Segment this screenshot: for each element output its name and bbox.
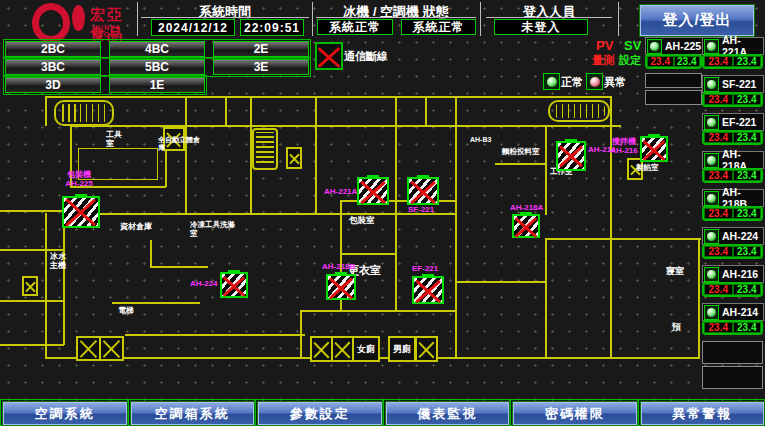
fan-icon xyxy=(163,127,185,151)
header-divider xyxy=(137,2,138,36)
sv-value: 23.4 xyxy=(674,56,701,67)
unit-tag-ah-224: AH-224 xyxy=(190,280,218,289)
equip-row-ah-224[interactable]: AH-224 xyxy=(702,227,764,245)
nav-ac-system-button[interactable]: 空調系統 xyxy=(3,402,127,425)
equip-values-ah-216: 23.4 23.4 xyxy=(702,282,763,297)
equip-row-ah-218b[interactable]: AH-218B xyxy=(702,189,764,207)
status-lamp-icon xyxy=(704,115,719,130)
zone-button-5bc[interactable]: 5BC xyxy=(109,59,205,75)
equip-name: AH-225 xyxy=(665,40,701,52)
logo-ring-icon xyxy=(32,3,70,43)
nav-parameter-set-button[interactable]: 參數設定 xyxy=(258,402,382,425)
pv-value: 23.4 xyxy=(647,56,674,67)
equip-values-sf-221: 23.4 23.4 xyxy=(702,92,763,107)
equip-name: AH-216 xyxy=(722,268,758,280)
fan-icon xyxy=(415,336,438,362)
legend-measure: 量測 xyxy=(592,53,614,68)
equip-values-ef-221: 23.4 23.4 xyxy=(702,130,763,145)
equip-row-ah-216[interactable]: AH-216 xyxy=(702,265,764,283)
logo: 宏亞食品 HUNYA FOODS xyxy=(0,0,137,38)
room-label: 寢室 xyxy=(666,266,684,276)
equip-row-ef-221[interactable]: EF-221 xyxy=(702,113,764,131)
pv-value: 23.4 xyxy=(704,170,733,181)
normal-lamp-icon xyxy=(543,73,560,90)
pv-value: 23.4 xyxy=(704,208,733,219)
map-unit-sf-221[interactable] xyxy=(407,177,439,205)
equip-values-ah-221a: 23.4 23.4 xyxy=(702,54,763,69)
equip-row-ah-214[interactable]: AH-214 xyxy=(702,303,764,321)
room-label: 麵粉投料室 xyxy=(502,148,540,157)
equip-row-ah-218a[interactable]: AH-218A xyxy=(702,151,764,169)
map-unit-ah-218b[interactable] xyxy=(326,274,356,300)
stairs-icon xyxy=(252,128,278,170)
equip-row-ah-221a[interactable]: AH-221A xyxy=(702,37,764,55)
header-divider xyxy=(618,2,619,36)
unit-tag-ah-216: 攪拌機AH-216 xyxy=(610,138,638,156)
zone-button-2e[interactable]: 2E xyxy=(213,41,309,57)
fan-icon xyxy=(22,276,38,296)
chiller-status-value: 系統正常 xyxy=(317,19,393,35)
status-lamp-icon xyxy=(704,267,719,282)
room-label-womens-toilet: 女廁 xyxy=(352,336,380,362)
sv-value: 23.4 xyxy=(733,284,762,295)
room-label: 製餡室 xyxy=(636,164,659,173)
map-unit-ah-214[interactable] xyxy=(556,141,586,171)
sv-value: 23.4 xyxy=(733,322,762,333)
unit-tag-ah-221a: AH-221A xyxy=(324,188,357,197)
status-lamp-icon xyxy=(647,39,662,54)
zone-button-4bc[interactable]: 4BC xyxy=(109,41,205,57)
equip-name: SF-221 xyxy=(722,78,756,90)
equip-values-ah-218a: 23.4 23.4 xyxy=(702,168,763,183)
status-lamp-icon xyxy=(704,229,719,244)
nav-meter-monitor-button[interactable]: 儀表監視 xyxy=(386,402,510,425)
equip-values-ah-214: 23.4 23.4 xyxy=(702,320,763,335)
status-lamp-icon xyxy=(704,191,719,206)
pv-value: 23.4 xyxy=(704,56,733,67)
map-unit-ah-225[interactable] xyxy=(62,196,100,228)
map-unit-ah-218a[interactable] xyxy=(512,214,540,238)
room-label: 預 xyxy=(672,322,681,332)
room-label: 工具室 xyxy=(106,130,124,148)
pv-value: 23.4 xyxy=(704,322,733,333)
header-divider xyxy=(312,2,313,36)
status-lamp-icon xyxy=(704,39,719,54)
map-unit-ef-221[interactable] xyxy=(412,276,444,304)
nav-password-auth-button[interactable]: 密碼權限 xyxy=(513,402,637,425)
zone-button-3d[interactable]: 3D xyxy=(5,77,101,93)
room-label: AH-B3 xyxy=(470,136,491,144)
map-unit-ah-224[interactable] xyxy=(220,272,248,298)
room-label: 全自動立體倉庫 xyxy=(158,136,204,152)
equip-row-sf-221[interactable]: SF-221 xyxy=(702,75,764,93)
comm-fail-icon xyxy=(315,42,343,70)
unit-tag-ef-221: EF-221 xyxy=(412,265,438,274)
map-unit-ah-216[interactable] xyxy=(640,136,668,162)
stairs-icon xyxy=(54,100,114,126)
nav-alarm-button[interactable]: 異常警報 xyxy=(641,402,765,425)
unit-tag-sf-221: SF-221 xyxy=(408,206,434,215)
map-unit-ah-221a[interactable] xyxy=(357,177,389,205)
room-label: 電梯 xyxy=(118,306,134,315)
fan-icon xyxy=(76,336,101,361)
login-logout-button[interactable]: 登入/登出 xyxy=(640,5,754,36)
zone-button-3e[interactable]: 3E xyxy=(213,59,309,75)
empty-slot xyxy=(645,73,702,88)
zone-button-3bc[interactable]: 3BC xyxy=(5,59,101,75)
nav-ahu-system-button[interactable]: 空調箱系統 xyxy=(131,402,255,425)
equip-values-ah-218b: 23.4 23.4 xyxy=(702,206,763,221)
login-user-value: 未登入 xyxy=(494,19,588,35)
logo-subtext: HUNYA FOODS xyxy=(92,24,137,38)
fan-icon xyxy=(286,147,302,169)
zone-button-1e[interactable]: 1E xyxy=(109,77,205,93)
empty-slot xyxy=(702,341,763,364)
equip-row-ah-225[interactable]: AH-225 xyxy=(645,37,703,55)
stairs-icon xyxy=(548,100,610,122)
system-clock-value: 22:09:51 xyxy=(240,19,304,36)
zone-button-2bc[interactable]: 2BC xyxy=(5,41,101,57)
ahu-status-value: 系統正常 xyxy=(401,19,476,35)
pv-value: 23.4 xyxy=(704,246,733,257)
comm-fail-label: 通信斷線 xyxy=(344,50,388,63)
equip-values-ah-225: 23.4 23.4 xyxy=(645,54,702,69)
zone-row-3: 3D 1E xyxy=(3,75,207,95)
pv-value: 23.4 xyxy=(704,94,733,105)
system-date-value: 2024/12/12 xyxy=(151,19,235,36)
